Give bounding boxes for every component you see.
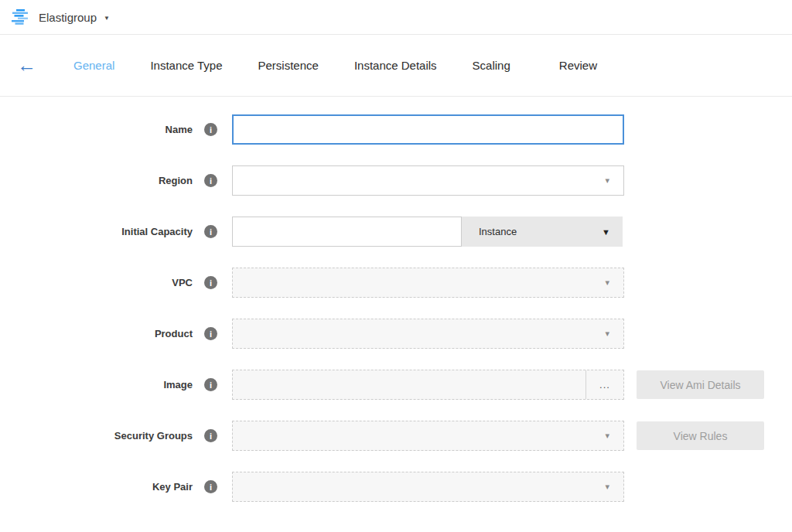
image-label: Image (163, 379, 193, 390)
region-caret-icon: ▾ (605, 176, 609, 186)
back-arrow-icon[interactable]: ← (17, 56, 36, 75)
image-info-icon[interactable]: i (204, 378, 217, 391)
key-pair-info-icon[interactable]: i (204, 480, 217, 493)
region-info-icon[interactable]: i (204, 174, 217, 187)
name-label: Name (166, 124, 193, 135)
security-groups-select: ▾ (232, 421, 624, 451)
region-select[interactable]: ▾ (232, 165, 624, 196)
general-settings-form: Name i Region i ▾ Initial Capacity i Ins (0, 97, 792, 502)
image-picker: ... (232, 370, 624, 400)
initial-capacity-info-icon[interactable]: i (204, 225, 217, 238)
tab-instance-details[interactable]: Instance Details (354, 59, 437, 72)
elastigroup-logo-icon (11, 9, 31, 26)
tab-review[interactable]: Review (559, 59, 597, 72)
form-row-name: Name i (0, 114, 792, 145)
tab-general[interactable]: General (73, 59, 114, 72)
capacity-unit-caret-icon: ▼ (602, 227, 610, 237)
security-groups-label: Security Groups (114, 430, 193, 442)
region-label: Region (159, 175, 193, 186)
form-row-product: Product i ▾ (0, 319, 792, 349)
form-row-vpc: VPC i ▾ (0, 268, 792, 298)
product-select: ▾ (232, 319, 624, 349)
vpc-select: ▾ (232, 268, 624, 298)
product-label: Product (155, 328, 193, 339)
view-ami-details-button[interactable]: View Ami Details (637, 370, 764, 399)
image-browse-button[interactable]: ... (586, 370, 623, 399)
form-row-security-groups: Security Groups i ▾ View Rules (0, 421, 792, 451)
key-pair-label: Key Pair (152, 481, 193, 493)
vpc-caret-icon: ▾ (605, 278, 609, 288)
capacity-unit-value: Instance (479, 226, 517, 237)
tab-scaling[interactable]: Scaling (473, 59, 510, 72)
vpc-info-icon[interactable]: i (204, 276, 217, 289)
form-row-region: Region i ▾ (0, 165, 792, 196)
form-row-initial-capacity: Initial Capacity i Instance ▼ (0, 217, 792, 247)
product-caret-icon: ▾ (605, 329, 609, 339)
initial-capacity-input[interactable] (232, 217, 462, 247)
top-bar: Elastigroup ▼ (0, 0, 792, 35)
initial-capacity-label: Initial Capacity (121, 226, 193, 237)
image-picker-value (233, 370, 585, 399)
security-groups-caret-icon: ▾ (605, 431, 609, 441)
product-info-icon[interactable]: i (204, 327, 217, 340)
key-pair-caret-icon: ▾ (605, 482, 609, 492)
form-row-image: Image i ... View Ami Details (0, 370, 792, 400)
capacity-unit-select[interactable]: Instance ▼ (462, 217, 623, 247)
security-groups-info-icon[interactable]: i (204, 429, 217, 442)
tab-instance-type[interactable]: Instance Type (150, 59, 222, 72)
key-pair-select: ▾ (232, 472, 624, 502)
name-info-icon[interactable]: i (204, 123, 217, 136)
wizard-tab-bar: ← General Instance Type Persistence Inst… (0, 35, 792, 97)
app-switcher-caret-icon[interactable]: ▼ (104, 13, 110, 22)
app-switcher-label[interactable]: Elastigroup (39, 11, 97, 24)
name-input[interactable] (232, 114, 624, 145)
form-row-key-pair: Key Pair i ▾ (0, 472, 792, 502)
view-rules-button[interactable]: View Rules (637, 421, 764, 450)
vpc-label: VPC (172, 277, 193, 288)
tab-persistence[interactable]: Persistence (258, 59, 319, 72)
